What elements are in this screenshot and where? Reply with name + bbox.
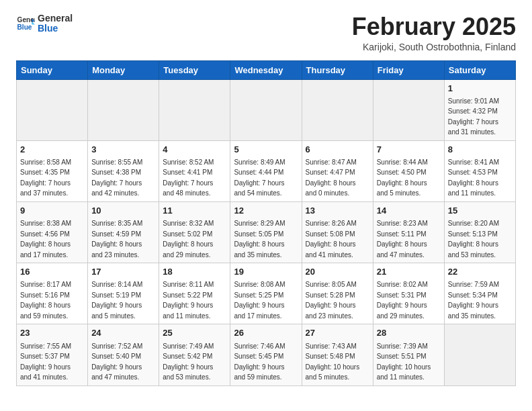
day-cell: 21Sunrise: 8:02 AM Sunset: 5:31 PM Dayli… bbox=[373, 263, 444, 324]
day-info: Sunrise: 8:02 AM Sunset: 5:31 PM Dayligh… bbox=[377, 281, 428, 320]
header-cell-sunday: Sunday bbox=[17, 60, 88, 79]
day-info: Sunrise: 8:20 AM Sunset: 5:13 PM Dayligh… bbox=[448, 220, 499, 259]
day-info: Sunrise: 8:47 AM Sunset: 4:47 PM Dayligh… bbox=[306, 158, 357, 197]
day-number: 24 bbox=[91, 327, 155, 339]
day-number: 28 bbox=[377, 327, 441, 339]
day-number: 10 bbox=[91, 205, 155, 217]
day-number: 1 bbox=[448, 83, 512, 95]
day-number: 6 bbox=[306, 144, 369, 156]
day-cell: 11Sunrise: 8:32 AM Sunset: 5:02 PM Dayli… bbox=[159, 201, 230, 263]
day-number: 7 bbox=[377, 144, 441, 156]
day-number: 27 bbox=[306, 327, 369, 339]
day-info: Sunrise: 8:14 AM Sunset: 5:19 PM Dayligh… bbox=[91, 281, 142, 320]
day-number: 3 bbox=[91, 144, 155, 156]
day-info: Sunrise: 8:58 AM Sunset: 4:35 PM Dayligh… bbox=[20, 158, 71, 197]
day-info: Sunrise: 7:39 AM Sunset: 5:51 PM Dayligh… bbox=[377, 342, 431, 381]
day-info: Sunrise: 8:35 AM Sunset: 4:59 PM Dayligh… bbox=[91, 220, 142, 259]
day-info: Sunrise: 9:01 AM Sunset: 4:32 PM Dayligh… bbox=[448, 97, 499, 136]
calendar-table: SundayMondayTuesdayWednesdayThursdayFrid… bbox=[16, 60, 516, 386]
week-row-2: 2Sunrise: 8:58 AM Sunset: 4:35 PM Daylig… bbox=[17, 140, 516, 201]
day-info: Sunrise: 8:17 AM Sunset: 5:16 PM Dayligh… bbox=[20, 281, 71, 320]
day-cell: 28Sunrise: 7:39 AM Sunset: 5:51 PM Dayli… bbox=[373, 324, 444, 385]
day-number: 20 bbox=[306, 266, 369, 278]
calendar-title: February 2025 bbox=[352, 13, 516, 40]
day-cell bbox=[302, 79, 373, 140]
header-cell-tuesday: Tuesday bbox=[159, 60, 230, 79]
day-cell: 25Sunrise: 7:49 AM Sunset: 5:42 PM Dayli… bbox=[159, 324, 230, 385]
day-cell bbox=[230, 79, 302, 140]
day-cell: 7Sunrise: 8:44 AM Sunset: 4:50 PM Daylig… bbox=[373, 140, 444, 201]
day-cell: 4Sunrise: 8:52 AM Sunset: 4:41 PM Daylig… bbox=[159, 140, 230, 201]
svg-text:Blue: Blue bbox=[17, 24, 32, 31]
day-cell: 5Sunrise: 8:49 AM Sunset: 4:44 PM Daylig… bbox=[230, 140, 302, 201]
day-info: Sunrise: 7:52 AM Sunset: 5:40 PM Dayligh… bbox=[91, 342, 142, 381]
title-area: February 2025 Karijoki, South Ostrobothn… bbox=[352, 13, 516, 52]
day-cell bbox=[159, 79, 230, 140]
day-cell: 12Sunrise: 8:29 AM Sunset: 5:05 PM Dayli… bbox=[230, 201, 302, 263]
day-cell: 18Sunrise: 8:11 AM Sunset: 5:22 PM Dayli… bbox=[159, 263, 230, 324]
day-cell: 1Sunrise: 9:01 AM Sunset: 4:32 PM Daylig… bbox=[444, 79, 515, 140]
day-info: Sunrise: 8:23 AM Sunset: 5:11 PM Dayligh… bbox=[377, 220, 428, 259]
day-cell bbox=[88, 79, 159, 140]
day-info: Sunrise: 8:32 AM Sunset: 5:02 PM Dayligh… bbox=[163, 220, 214, 259]
calendar-header: SundayMondayTuesdayWednesdayThursdayFrid… bbox=[17, 60, 516, 79]
day-number: 19 bbox=[234, 266, 298, 278]
header-cell-friday: Friday bbox=[373, 60, 444, 79]
day-number: 18 bbox=[163, 266, 226, 278]
day-number: 23 bbox=[20, 327, 84, 339]
day-cell: 27Sunrise: 7:43 AM Sunset: 5:48 PM Dayli… bbox=[302, 324, 373, 385]
day-info: Sunrise: 8:26 AM Sunset: 5:08 PM Dayligh… bbox=[306, 220, 357, 259]
day-info: Sunrise: 8:55 AM Sunset: 4:38 PM Dayligh… bbox=[91, 158, 142, 197]
week-row-5: 23Sunrise: 7:55 AM Sunset: 5:37 PM Dayli… bbox=[17, 324, 516, 385]
header-cell-monday: Monday bbox=[88, 60, 159, 79]
logo-icon: General Blue bbox=[16, 14, 35, 33]
header-row: SundayMondayTuesdayWednesdayThursdayFrid… bbox=[17, 60, 516, 79]
logo-general-text: General bbox=[38, 13, 73, 24]
week-row-1: 1Sunrise: 9:01 AM Sunset: 4:32 PM Daylig… bbox=[17, 79, 516, 140]
day-cell: 23Sunrise: 7:55 AM Sunset: 5:37 PM Dayli… bbox=[17, 324, 88, 385]
header-cell-saturday: Saturday bbox=[444, 60, 515, 79]
day-cell: 17Sunrise: 8:14 AM Sunset: 5:19 PM Dayli… bbox=[88, 263, 159, 324]
day-cell: 14Sunrise: 8:23 AM Sunset: 5:11 PM Dayli… bbox=[373, 201, 444, 263]
day-info: Sunrise: 8:38 AM Sunset: 4:56 PM Dayligh… bbox=[20, 220, 71, 259]
header-cell-wednesday: Wednesday bbox=[230, 60, 302, 79]
day-cell: 6Sunrise: 8:47 AM Sunset: 4:47 PM Daylig… bbox=[302, 140, 373, 201]
day-cell: 9Sunrise: 8:38 AM Sunset: 4:56 PM Daylig… bbox=[17, 201, 88, 263]
calendar-body: 1Sunrise: 9:01 AM Sunset: 4:32 PM Daylig… bbox=[17, 79, 516, 385]
day-number: 13 bbox=[306, 205, 369, 217]
day-cell: 3Sunrise: 8:55 AM Sunset: 4:38 PM Daylig… bbox=[88, 140, 159, 201]
day-cell bbox=[373, 79, 444, 140]
day-cell: 22Sunrise: 7:59 AM Sunset: 5:34 PM Dayli… bbox=[444, 263, 515, 324]
header-cell-thursday: Thursday bbox=[302, 60, 373, 79]
day-info: Sunrise: 8:41 AM Sunset: 4:53 PM Dayligh… bbox=[448, 158, 499, 197]
calendar-subtitle: Karijoki, South Ostrobothnia, Finland bbox=[352, 42, 516, 52]
day-number: 2 bbox=[20, 144, 84, 156]
day-cell: 16Sunrise: 8:17 AM Sunset: 5:16 PM Dayli… bbox=[17, 263, 88, 324]
day-info: Sunrise: 7:46 AM Sunset: 5:45 PM Dayligh… bbox=[234, 342, 285, 381]
day-number: 4 bbox=[163, 144, 226, 156]
day-number: 9 bbox=[20, 205, 84, 217]
day-cell: 19Sunrise: 8:08 AM Sunset: 5:25 PM Dayli… bbox=[230, 263, 302, 324]
logo-blue-text: Blue bbox=[38, 24, 73, 34]
day-info: Sunrise: 8:08 AM Sunset: 5:25 PM Dayligh… bbox=[234, 281, 285, 320]
day-cell: 15Sunrise: 8:20 AM Sunset: 5:13 PM Dayli… bbox=[444, 201, 515, 263]
day-info: Sunrise: 7:43 AM Sunset: 5:48 PM Dayligh… bbox=[306, 342, 360, 381]
day-info: Sunrise: 8:52 AM Sunset: 4:41 PM Dayligh… bbox=[163, 158, 214, 197]
logo: General Blue General Blue bbox=[16, 13, 73, 34]
day-info: Sunrise: 8:29 AM Sunset: 5:05 PM Dayligh… bbox=[234, 220, 285, 259]
day-cell bbox=[17, 79, 88, 140]
day-cell: 24Sunrise: 7:52 AM Sunset: 5:40 PM Dayli… bbox=[88, 324, 159, 385]
day-number: 12 bbox=[234, 205, 298, 217]
week-row-3: 9Sunrise: 8:38 AM Sunset: 4:56 PM Daylig… bbox=[17, 201, 516, 263]
day-number: 5 bbox=[234, 144, 298, 156]
day-cell bbox=[444, 324, 515, 385]
day-number: 22 bbox=[448, 266, 512, 278]
day-cell: 10Sunrise: 8:35 AM Sunset: 4:59 PM Dayli… bbox=[88, 201, 159, 263]
day-info: Sunrise: 7:59 AM Sunset: 5:34 PM Dayligh… bbox=[448, 281, 499, 320]
day-number: 16 bbox=[20, 266, 84, 278]
day-info: Sunrise: 7:49 AM Sunset: 5:42 PM Dayligh… bbox=[163, 342, 214, 381]
day-info: Sunrise: 8:11 AM Sunset: 5:22 PM Dayligh… bbox=[163, 281, 214, 320]
page-header: General Blue General Blue February 2025 … bbox=[16, 13, 516, 52]
day-number: 26 bbox=[234, 327, 298, 339]
day-cell: 20Sunrise: 8:05 AM Sunset: 5:28 PM Dayli… bbox=[302, 263, 373, 324]
